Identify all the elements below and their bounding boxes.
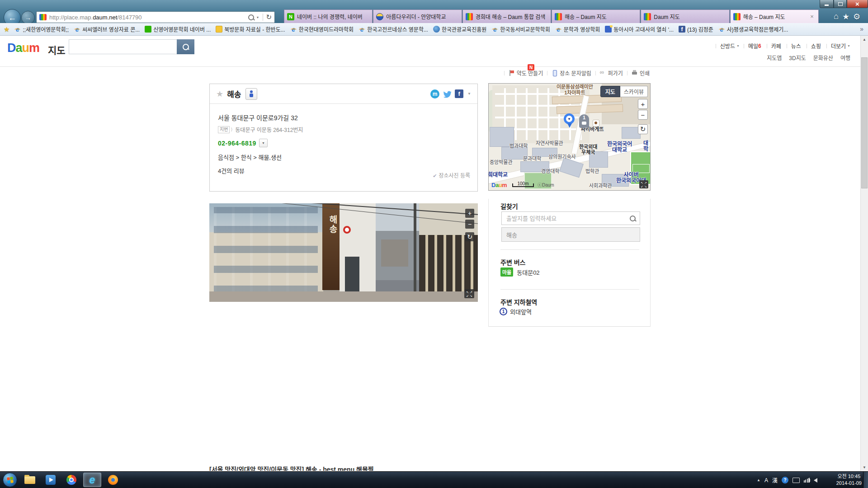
- facebook-share-icon[interactable]: f: [455, 89, 463, 98]
- search-icon[interactable]: [630, 216, 636, 221]
- browser-tab[interactable]: 경희대 해송 – Daum 통합 검색: [462, 9, 551, 23]
- start-button[interactable]: [3, 473, 17, 487]
- daum-logo[interactable]: Daum: [7, 41, 39, 55]
- map-reset-icon[interactable]: ↻: [638, 124, 648, 134]
- toolbar-item[interactable]: 퍼가기: [591, 69, 623, 77]
- browser-tab[interactable]: Daum 지도: [641, 9, 729, 23]
- me2day-share-icon[interactable]: m: [430, 89, 439, 99]
- header-link[interactable]: 카페: [763, 42, 783, 50]
- forward-button[interactable]: →: [21, 11, 35, 24]
- taskbar-chrome-button[interactable]: [62, 473, 80, 487]
- favorite-item[interactable]: 한국현대영미드라마학회: [290, 25, 354, 33]
- review-count[interactable]: 4건의 리뷰: [218, 166, 469, 175]
- taskbar-explorer-button[interactable]: [21, 473, 39, 487]
- toolbar-item-icon: [600, 70, 606, 76]
- toolbar-item[interactable]: 인쇄: [623, 69, 650, 77]
- browser-tab[interactable]: 아름다우리더 - 안양대학교: [373, 9, 462, 23]
- map-search-input[interactable]: [69, 39, 177, 54]
- photo-zoom-out-button[interactable]: −: [465, 220, 474, 229]
- header-link[interactable]: 쇼핑: [802, 42, 822, 50]
- header-sublink[interactable]: 지도앱: [767, 54, 782, 61]
- scroll-up-icon[interactable]: ▲: [861, 36, 868, 43]
- page-scrollbar[interactable]: ▲ ▼: [860, 36, 868, 471]
- favorite-item[interactable]: 동아시아 고대사의 열쇠 '...: [605, 25, 674, 33]
- tab-close-icon[interactable]: [808, 13, 816, 20]
- scroll-down-icon[interactable]: ▼: [861, 464, 868, 471]
- address-bar[interactable]: http://place.map.daum.net/8147790 ▼ ↻: [36, 11, 275, 23]
- toolbar-item[interactable]: 장소 문자알림: [543, 69, 591, 77]
- map-label: 사회과학관: [589, 183, 612, 188]
- map-scale: 100m: [512, 181, 534, 187]
- refresh-icon[interactable]: ↻: [266, 13, 272, 21]
- restore-button[interactable]: [834, 0, 847, 8]
- header-link[interactable]: 메일6: [740, 42, 763, 50]
- ime-hanja-icon[interactable]: 漢: [772, 476, 778, 484]
- favorite-item[interactable]: 문학과 영상학회: [555, 25, 600, 33]
- favorite-item[interactable]: 북방문화 자료실 - 한반도...: [216, 25, 285, 33]
- taskbar-firefox-button[interactable]: [104, 473, 122, 487]
- chevron-down-icon[interactable]: ▼: [467, 92, 471, 96]
- browser-tab[interactable]: 해송 – Daum 지도: [552, 9, 640, 23]
- bookmark-star-icon[interactable]: ★: [216, 89, 223, 99]
- zoom-out-button[interactable]: −: [638, 110, 648, 120]
- settings-gear-icon[interactable]: ⚙: [853, 12, 860, 22]
- bus-stop-marker[interactable]: 1: [579, 114, 589, 128]
- browser-tab[interactable]: 해송 – Daum 지도: [730, 9, 819, 23]
- scrollbar-thumb[interactable]: [861, 57, 868, 188]
- register-photo-link[interactable]: 장소사진 등록: [433, 171, 470, 179]
- phone-dropdown-icon[interactable]: ▼: [259, 139, 268, 147]
- favorite-item[interactable]: 씨씨엘러브 영상자료 콘...: [74, 25, 140, 33]
- close-button[interactable]: [847, 0, 868, 8]
- favorite-favicon: [491, 26, 498, 33]
- favorite-item[interactable]: 신영어영문학회 네이버 ...: [145, 25, 211, 33]
- map-view-button[interactable]: 지도: [600, 86, 620, 97]
- zoom-in-button[interactable]: +: [638, 99, 648, 109]
- photo-rotate-icon[interactable]: ↻: [465, 232, 474, 241]
- display-tray-icon[interactable]: [793, 478, 800, 483]
- search-icon[interactable]: [248, 14, 254, 20]
- favorite-item[interactable]: 한국동서비교문학학회: [491, 25, 550, 33]
- map-fullscreen-icon[interactable]: ↖ ↗↙ ↘: [639, 180, 648, 188]
- favorite-item[interactable]: 사)평생교육학점은행제기...: [718, 25, 788, 33]
- header-sublink[interactable]: 여행: [840, 54, 850, 61]
- favorite-item[interactable]: 한국고전르네상스 영문학...: [359, 25, 428, 33]
- service-title[interactable]: 지도: [48, 43, 66, 56]
- daum-map-logo: Daum: [491, 182, 507, 188]
- twitter-share-icon[interactable]: [443, 89, 452, 99]
- favorites-overflow-chevron[interactable]: »: [860, 25, 863, 33]
- roadview-button[interactable]: [245, 88, 257, 100]
- ime-language-icon[interactable]: A: [764, 477, 768, 483]
- favorites-star-icon[interactable]: ★: [842, 12, 849, 22]
- browser-tab[interactable]: 네이버 :: 나의 경쟁력, 네이버: [284, 9, 373, 23]
- bus-route-row[interactable]: 마을 동대문02: [500, 267, 540, 277]
- header-link[interactable]: 신방드▼: [712, 42, 740, 50]
- minimize-button[interactable]: [820, 0, 834, 8]
- favorite-item[interactable]: 한국관광교육진흥원: [433, 25, 486, 33]
- header-link[interactable]: 더보기▼: [822, 42, 850, 50]
- favorite-item[interactable]: (13) 김정준: [679, 25, 713, 33]
- map-search-button[interactable]: [177, 39, 194, 54]
- header-sublink[interactable]: 3D지도: [789, 54, 806, 61]
- toolbar-item[interactable]: 약도 만들기: [500, 69, 543, 77]
- place-pin-marker[interactable]: ▼: [564, 113, 576, 130]
- show-desktop-button[interactable]: [863, 472, 868, 488]
- search-dropdown-icon[interactable]: ▼: [256, 16, 259, 19]
- header-link[interactable]: 뉴스: [783, 42, 802, 50]
- skyview-button[interactable]: 스카이뷰: [620, 86, 648, 97]
- volume-tray-icon[interactable]: [814, 478, 817, 483]
- mini-map[interactable]: 이문동삼성래미안 1차아파트파리바게뜨법과대학자연사박물관한국외대 우체국한국외…: [488, 83, 651, 191]
- hidden-icons-chevron[interactable]: ▲: [757, 478, 760, 482]
- directions-destination-input[interactable]: [501, 227, 640, 242]
- header-sublink[interactable]: 문화유산: [813, 54, 833, 61]
- taskbar-clock[interactable]: 오전 10:45 2014-01-09: [836, 473, 862, 487]
- help-tray-icon[interactable]: ?: [782, 477, 788, 483]
- directions-start-input[interactable]: [501, 211, 640, 225]
- photo-fullscreen-icon[interactable]: ↖ ↗↙ ↘: [464, 289, 474, 298]
- favorite-item[interactable]: ;;새한영어영문학회;;: [14, 25, 69, 33]
- home-icon[interactable]: ⌂: [834, 12, 839, 22]
- photo-zoom-in-button[interactable]: +: [465, 209, 474, 218]
- taskbar-ie-button[interactable]: e: [83, 473, 101, 487]
- add-favorite-star-icon[interactable]: ★: [4, 25, 9, 33]
- subway-station-row[interactable]: 1 외대앞역: [500, 307, 532, 316]
- taskbar-media-player-button[interactable]: [42, 473, 60, 487]
